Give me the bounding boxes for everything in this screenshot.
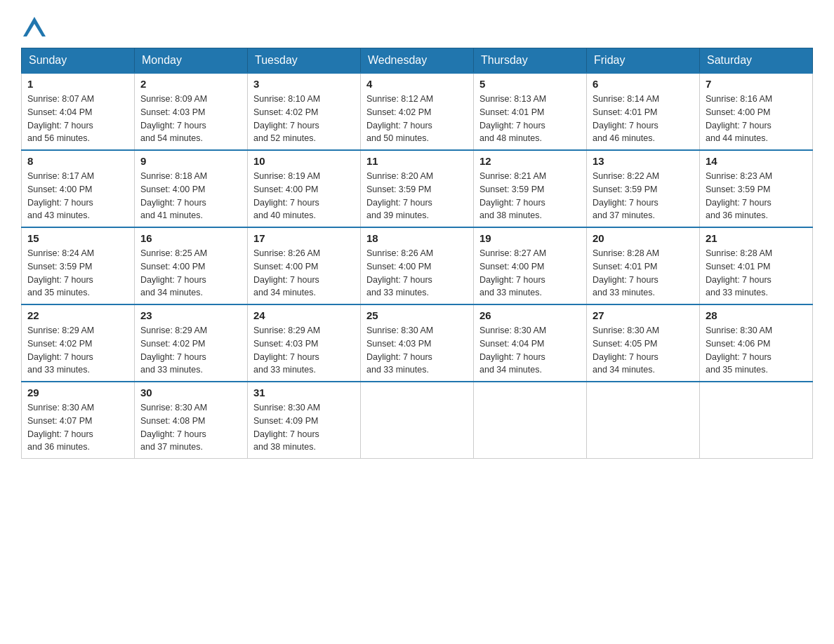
day-cell-6: 6Sunrise: 8:14 AMSunset: 4:01 PMDaylight… — [587, 73, 700, 150]
day-info: Sunrise: 8:29 AMSunset: 4:02 PMDaylight:… — [140, 324, 241, 377]
day-info: Sunrise: 8:14 AMSunset: 4:01 PMDaylight:… — [593, 93, 694, 145]
day-number: 22 — [27, 309, 128, 321]
day-cell-19: 19Sunrise: 8:27 AMSunset: 4:00 PMDayligh… — [474, 227, 587, 304]
day-cell-31: 31Sunrise: 8:30 AMSunset: 4:09 PMDayligh… — [248, 382, 361, 459]
day-cell-7: 7Sunrise: 8:16 AMSunset: 4:00 PMDaylight… — [700, 73, 813, 150]
logo-icon — [21, 14, 48, 41]
day-number: 6 — [593, 78, 694, 90]
day-number: 28 — [706, 309, 807, 321]
col-header-friday: Friday — [587, 48, 700, 74]
day-info: Sunrise: 8:30 AMSunset: 4:07 PMDaylight:… — [27, 401, 128, 454]
day-number: 25 — [366, 309, 468, 321]
day-cell-15: 15Sunrise: 8:24 AMSunset: 3:59 PMDayligh… — [22, 227, 135, 304]
day-cell-17: 17Sunrise: 8:26 AMSunset: 4:00 PMDayligh… — [248, 227, 361, 304]
page-header — [21, 14, 813, 41]
day-number: 15 — [27, 232, 128, 244]
col-header-monday: Monday — [135, 48, 248, 74]
col-header-saturday: Saturday — [700, 48, 813, 74]
day-cell-26: 26Sunrise: 8:30 AMSunset: 4:04 PMDayligh… — [474, 304, 587, 382]
day-number: 29 — [27, 387, 128, 398]
day-cell-29: 29Sunrise: 8:30 AMSunset: 4:07 PMDayligh… — [22, 382, 135, 459]
day-cell-3: 3Sunrise: 8:10 AMSunset: 4:02 PMDaylight… — [248, 73, 361, 150]
day-info: Sunrise: 8:30 AMSunset: 4:03 PMDaylight:… — [366, 324, 468, 377]
day-info: Sunrise: 8:30 AMSunset: 4:06 PMDaylight:… — [706, 324, 807, 377]
day-cell-27: 27Sunrise: 8:30 AMSunset: 4:05 PMDayligh… — [587, 304, 700, 382]
week-row-1: 1Sunrise: 8:07 AMSunset: 4:04 PMDaylight… — [22, 73, 813, 150]
week-row-3: 15Sunrise: 8:24 AMSunset: 3:59 PMDayligh… — [22, 227, 813, 304]
day-number: 3 — [253, 78, 355, 90]
day-number: 17 — [253, 232, 355, 244]
day-info: Sunrise: 8:30 AMSunset: 4:05 PMDaylight:… — [593, 324, 694, 377]
day-info: Sunrise: 8:16 AMSunset: 4:00 PMDaylight:… — [706, 93, 807, 145]
day-info: Sunrise: 8:24 AMSunset: 3:59 PMDaylight:… — [27, 247, 128, 300]
day-cell-28: 28Sunrise: 8:30 AMSunset: 4:06 PMDayligh… — [700, 304, 813, 382]
day-cell-16: 16Sunrise: 8:25 AMSunset: 4:00 PMDayligh… — [135, 227, 248, 304]
logo — [21, 14, 51, 41]
day-cell-13: 13Sunrise: 8:22 AMSunset: 3:59 PMDayligh… — [587, 150, 700, 227]
empty-cell — [474, 382, 587, 459]
day-cell-12: 12Sunrise: 8:21 AMSunset: 3:59 PMDayligh… — [474, 150, 587, 227]
day-cell-18: 18Sunrise: 8:26 AMSunset: 4:00 PMDayligh… — [361, 227, 474, 304]
day-info: Sunrise: 8:30 AMSunset: 4:08 PMDaylight:… — [140, 401, 241, 454]
col-header-sunday: Sunday — [22, 48, 135, 74]
day-number: 9 — [140, 155, 241, 167]
day-number: 30 — [140, 387, 241, 398]
col-header-wednesday: Wednesday — [361, 48, 474, 74]
calendar-header-row: SundayMondayTuesdayWednesdayThursdayFrid… — [22, 48, 813, 74]
week-row-2: 8Sunrise: 8:17 AMSunset: 4:00 PMDaylight… — [22, 150, 813, 227]
day-number: 14 — [706, 155, 807, 167]
day-number: 20 — [593, 232, 694, 244]
day-info: Sunrise: 8:18 AMSunset: 4:00 PMDaylight:… — [140, 170, 241, 222]
day-info: Sunrise: 8:29 AMSunset: 4:02 PMDaylight:… — [27, 324, 128, 377]
day-cell-5: 5Sunrise: 8:13 AMSunset: 4:01 PMDaylight… — [474, 73, 587, 150]
day-cell-20: 20Sunrise: 8:28 AMSunset: 4:01 PMDayligh… — [587, 227, 700, 304]
day-info: Sunrise: 8:25 AMSunset: 4:00 PMDaylight:… — [140, 247, 241, 300]
empty-cell — [361, 382, 474, 459]
day-cell-9: 9Sunrise: 8:18 AMSunset: 4:00 PMDaylight… — [135, 150, 248, 227]
day-cell-10: 10Sunrise: 8:19 AMSunset: 4:00 PMDayligh… — [248, 150, 361, 227]
day-number: 31 — [253, 387, 355, 398]
day-cell-8: 8Sunrise: 8:17 AMSunset: 4:00 PMDaylight… — [22, 150, 135, 227]
day-info: Sunrise: 8:27 AMSunset: 4:00 PMDaylight:… — [479, 247, 581, 300]
day-info: Sunrise: 8:09 AMSunset: 4:03 PMDaylight:… — [140, 93, 241, 145]
day-info: Sunrise: 8:30 AMSunset: 4:04 PMDaylight:… — [479, 324, 581, 377]
day-number: 5 — [479, 78, 581, 90]
day-number: 24 — [253, 309, 355, 321]
empty-cell — [587, 382, 700, 459]
day-number: 26 — [479, 309, 581, 321]
week-row-4: 22Sunrise: 8:29 AMSunset: 4:02 PMDayligh… — [22, 304, 813, 382]
empty-cell — [700, 382, 813, 459]
day-cell-21: 21Sunrise: 8:28 AMSunset: 4:01 PMDayligh… — [700, 227, 813, 304]
day-cell-1: 1Sunrise: 8:07 AMSunset: 4:04 PMDaylight… — [22, 73, 135, 150]
day-info: Sunrise: 8:22 AMSunset: 3:59 PMDaylight:… — [593, 170, 694, 222]
calendar-table: SundayMondayTuesdayWednesdayThursdayFrid… — [21, 48, 813, 459]
day-number: 16 — [140, 232, 241, 244]
day-info: Sunrise: 8:26 AMSunset: 4:00 PMDaylight:… — [366, 247, 468, 300]
day-info: Sunrise: 8:30 AMSunset: 4:09 PMDaylight:… — [253, 401, 355, 454]
day-cell-11: 11Sunrise: 8:20 AMSunset: 3:59 PMDayligh… — [361, 150, 474, 227]
col-header-tuesday: Tuesday — [248, 48, 361, 74]
day-number: 1 — [27, 78, 128, 90]
day-info: Sunrise: 8:26 AMSunset: 4:00 PMDaylight:… — [253, 247, 355, 300]
day-cell-14: 14Sunrise: 8:23 AMSunset: 3:59 PMDayligh… — [700, 150, 813, 227]
day-info: Sunrise: 8:20 AMSunset: 3:59 PMDaylight:… — [366, 170, 468, 222]
day-info: Sunrise: 8:28 AMSunset: 4:01 PMDaylight:… — [593, 247, 694, 300]
week-row-5: 29Sunrise: 8:30 AMSunset: 4:07 PMDayligh… — [22, 382, 813, 459]
col-header-thursday: Thursday — [474, 48, 587, 74]
day-number: 2 — [140, 78, 241, 90]
day-cell-25: 25Sunrise: 8:30 AMSunset: 4:03 PMDayligh… — [361, 304, 474, 382]
day-number: 21 — [706, 232, 807, 244]
day-number: 27 — [593, 309, 694, 321]
day-info: Sunrise: 8:29 AMSunset: 4:03 PMDaylight:… — [253, 324, 355, 377]
day-info: Sunrise: 8:10 AMSunset: 4:02 PMDaylight:… — [253, 93, 355, 145]
day-number: 11 — [366, 155, 468, 167]
day-cell-22: 22Sunrise: 8:29 AMSunset: 4:02 PMDayligh… — [22, 304, 135, 382]
day-info: Sunrise: 8:19 AMSunset: 4:00 PMDaylight:… — [253, 170, 355, 222]
day-number: 8 — [27, 155, 128, 167]
day-info: Sunrise: 8:21 AMSunset: 3:59 PMDaylight:… — [479, 170, 581, 222]
day-number: 12 — [479, 155, 581, 167]
day-info: Sunrise: 8:17 AMSunset: 4:00 PMDaylight:… — [27, 170, 128, 222]
day-info: Sunrise: 8:23 AMSunset: 3:59 PMDaylight:… — [706, 170, 807, 222]
day-number: 18 — [366, 232, 468, 244]
day-number: 13 — [593, 155, 694, 167]
